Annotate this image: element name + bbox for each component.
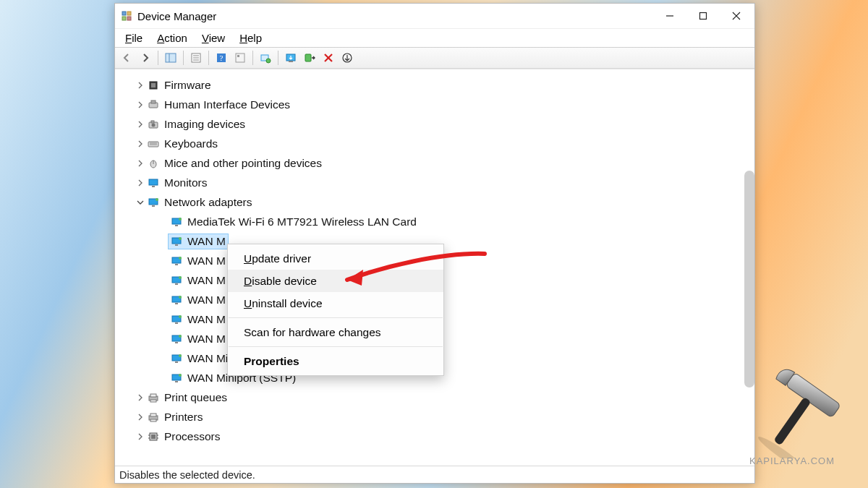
- toolbar-separator: [183, 51, 184, 65]
- tree-item-mediatek[interactable]: MediaTek Wi-Fi 6 MT7921 Wireless LAN Car…: [118, 212, 754, 231]
- tree-label: Processors: [164, 430, 221, 443]
- svg-rect-56: [175, 303, 178, 304]
- tree-category-mice[interactable]: Mice and other pointing devices: [118, 153, 754, 173]
- tree-label: WAN M: [187, 254, 226, 267]
- toolbar-enable-device-button[interactable]: [301, 49, 318, 67]
- toolbar-separator: [158, 51, 158, 65]
- context-menu-uninstall-device[interactable]: Uninstall device: [228, 292, 443, 314]
- toolbar-back-button[interactable]: [118, 49, 135, 67]
- context-menu-disable-device[interactable]: Disable device: [228, 270, 443, 292]
- toolbar-help-button[interactable]: ?: [213, 49, 230, 67]
- svg-rect-32: [151, 121, 154, 123]
- chevron-right-icon[interactable]: [135, 139, 145, 149]
- toolbar-action-button[interactable]: [231, 49, 249, 67]
- network-adapter-icon: [170, 274, 183, 287]
- svg-point-57: [179, 296, 182, 299]
- tree-category-print-queues[interactable]: Print queues: [118, 388, 754, 407]
- network-adapter-icon: [170, 235, 183, 248]
- svg-rect-75: [150, 419, 156, 421]
- menu-file[interactable]: File: [118, 30, 150, 46]
- maximize-button[interactable]: [686, 4, 720, 28]
- svg-rect-82: [786, 372, 841, 418]
- chevron-right-icon[interactable]: [135, 100, 145, 110]
- tree-category-hid[interactable]: Human Interface Devices: [118, 95, 754, 114]
- context-menu-scan-hardware[interactable]: Scan for hardware changes: [228, 321, 443, 343]
- hid-icon: [147, 98, 160, 111]
- chevron-right-icon[interactable]: [135, 80, 145, 90]
- chevron-right-icon[interactable]: [135, 432, 145, 442]
- svg-point-60: [179, 315, 182, 318]
- tree-label: WAN M: [187, 274, 226, 287]
- tree-label: Print queues: [164, 391, 227, 404]
- menubar: File Action View Help: [115, 28, 754, 47]
- tree-category-firmware[interactable]: Firmware: [118, 75, 754, 95]
- tree-category-network-adapters[interactable]: Network adapters: [118, 192, 754, 212]
- svg-rect-38: [149, 179, 158, 185]
- network-adapter-icon: [170, 352, 183, 365]
- svg-rect-29: [151, 100, 156, 103]
- toolbar-scan-hardware-button[interactable]: [257, 49, 274, 67]
- chevron-down-icon[interactable]: [135, 197, 145, 207]
- tree-category-imaging[interactable]: Imaging devices: [118, 114, 754, 134]
- chevron-right-icon[interactable]: [135, 119, 145, 129]
- window-controls: [653, 4, 753, 28]
- menu-view[interactable]: View: [195, 30, 232, 46]
- svg-point-31: [152, 123, 156, 127]
- svg-rect-47: [175, 244, 178, 246]
- tree-label: Human Interface Devices: [164, 98, 290, 111]
- svg-rect-44: [175, 225, 178, 226]
- printer-icon: [147, 391, 160, 404]
- firmware-icon: [147, 79, 160, 92]
- context-menu-update-driver[interactable]: Update driver: [228, 247, 443, 270]
- svg-rect-83: [773, 397, 811, 446]
- svg-rect-16: [236, 53, 244, 62]
- svg-point-48: [179, 237, 182, 240]
- monitor-icon: [147, 176, 160, 189]
- tree-category-processors[interactable]: Processors: [118, 427, 754, 446]
- svg-rect-2: [122, 17, 126, 20]
- context-menu: Update driver Disable device Uninstall d…: [227, 244, 444, 376]
- svg-point-84: [756, 434, 808, 458]
- tree-category-monitors[interactable]: Monitors: [118, 173, 754, 192]
- mouse-icon: [147, 157, 160, 170]
- tree-label: MediaTek Wi-Fi 6 MT7921 Wireless LAN Car…: [187, 215, 417, 228]
- toolbar-forward-button[interactable]: [137, 49, 154, 67]
- device-manager-app-icon: [121, 10, 132, 22]
- tree-category-printers[interactable]: Printers: [118, 407, 754, 427]
- toolbar-disable-device-button[interactable]: [339, 49, 356, 67]
- printer-icon: [147, 411, 160, 424]
- toolbar-separator: [252, 51, 253, 65]
- context-menu-properties[interactable]: Properties: [228, 350, 443, 372]
- menu-help[interactable]: Help: [232, 30, 269, 46]
- svg-rect-72: [150, 400, 156, 402]
- tree-category-keyboards[interactable]: Keyboards: [118, 134, 754, 153]
- toolbar-uninstall-device-button[interactable]: [320, 49, 337, 67]
- close-button[interactable]: [720, 4, 753, 28]
- chevron-right-icon[interactable]: [135, 393, 145, 403]
- statusbar-text: Disables the selected device.: [119, 469, 255, 481]
- toolbar-show-hide-tree-button[interactable]: [162, 49, 179, 67]
- toolbar-properties-button[interactable]: [187, 49, 205, 67]
- tree-label: Firmware: [164, 79, 211, 92]
- toolbar: ?: [115, 47, 754, 69]
- toolbar-update-driver-button[interactable]: [282, 49, 299, 67]
- vertical-scrollbar[interactable]: [744, 171, 754, 388]
- tree-label: Keyboards: [164, 137, 218, 150]
- svg-rect-5: [700, 13, 707, 20]
- svg-point-19: [266, 59, 271, 63]
- window-title: Device Manager: [137, 10, 653, 22]
- chevron-right-icon[interactable]: [135, 412, 145, 422]
- tree-label: Printers: [164, 411, 203, 424]
- svg-rect-8: [166, 53, 176, 62]
- menu-action[interactable]: Action: [150, 30, 195, 46]
- minimize-button[interactable]: [653, 4, 686, 28]
- chevron-right-icon[interactable]: [135, 158, 145, 168]
- camera-icon: [147, 118, 160, 131]
- chevron-right-icon[interactable]: [135, 178, 145, 188]
- network-adapter-icon: [170, 313, 183, 326]
- svg-rect-74: [150, 414, 156, 416]
- titlebar: Device Manager: [115, 4, 754, 28]
- svg-rect-39: [152, 186, 155, 187]
- svg-rect-53: [175, 283, 178, 285]
- network-adapter-icon: [170, 215, 183, 228]
